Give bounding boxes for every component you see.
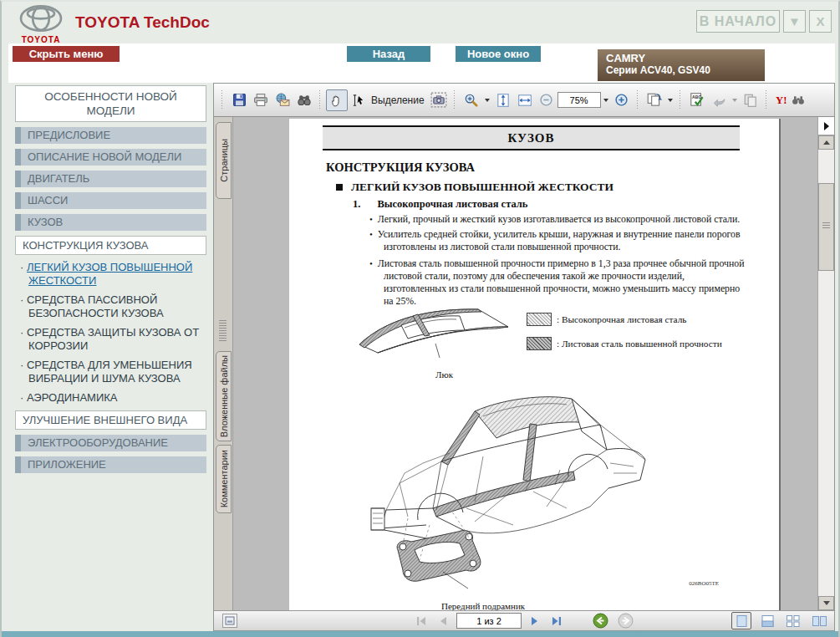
scroll-down-icon bbox=[823, 601, 830, 605]
panel-drag-handle[interactable] bbox=[219, 320, 227, 342]
app-title: TOYOTA TechDoc bbox=[75, 13, 210, 32]
sidebar-title: ОСОБЕННОСТИ НОВОЙ МОДЕЛИ bbox=[15, 85, 206, 122]
page-navigation bbox=[413, 613, 565, 629]
sidebar-item-shassi[interactable]: ШАССИ bbox=[15, 192, 206, 209]
sidebar-item-opisanie[interactable]: ОПИСАНИЕ НОВОЙ МОДЕЛИ bbox=[15, 149, 206, 166]
undo-caret[interactable] bbox=[732, 99, 737, 102]
current-chapter-box[interactable]: КОНСТРУКЦИЯ КУЗОВА bbox=[15, 236, 206, 255]
fit-height-button[interactable] bbox=[492, 89, 514, 111]
hand-tool-button[interactable] bbox=[326, 89, 348, 111]
page-mode-icon bbox=[646, 92, 663, 108]
topic-link-corrosion[interactable]: · СРЕДСТВА ЗАЩИТЫ КУЗОВА ОТ КОРРОЗИИ bbox=[17, 326, 206, 353]
next-page-button[interactable] bbox=[527, 613, 543, 629]
next-view-button[interactable] bbox=[617, 613, 634, 629]
model-panel: CAMRY Серии ACV40, GSV40 bbox=[598, 49, 765, 81]
zoom-marquee-button[interactable] bbox=[461, 89, 482, 111]
doc-bullet-3: • Листовая сталь повышенной прочности пр… bbox=[369, 257, 747, 308]
sidebar-item-predislovie[interactable]: ПРЕДИСЛОВИЕ bbox=[15, 127, 206, 144]
email-button[interactable] bbox=[272, 89, 293, 111]
home-button[interactable]: В НАЧАЛО bbox=[696, 10, 780, 33]
scroll-up-button[interactable] bbox=[818, 135, 834, 150]
print-button[interactable] bbox=[250, 89, 272, 111]
legend-swatch-light-icon bbox=[527, 313, 552, 326]
close-button[interactable]: X bbox=[809, 10, 832, 33]
toolbar-overflow-button[interactable] bbox=[818, 117, 834, 135]
new-window-button[interactable]: Новое окно bbox=[456, 46, 541, 62]
topic-link-passive-safety[interactable]: · СРЕДСТВА ПАССИВНОЙ БЕЗОПАСНОСТИ КУЗОВА bbox=[17, 293, 206, 320]
spellcheck-button[interactable]: ABC bbox=[686, 89, 708, 111]
email-icon bbox=[275, 93, 290, 107]
zoom-marquee-icon bbox=[464, 93, 479, 108]
zoom-marquee-caret[interactable] bbox=[485, 99, 490, 102]
svg-text:ABC: ABC bbox=[692, 94, 701, 99]
topic-link-vibration[interactable]: · СРЕДСТВА ДЛЯ УМЕНЬШЕНИЯ ВИБРАЦИИ И ШУМ… bbox=[17, 359, 206, 385]
scrollbar-track[interactable] bbox=[818, 150, 834, 596]
statusbar-toggle-button[interactable] bbox=[222, 614, 237, 628]
toolbar-grip[interactable] bbox=[318, 90, 322, 110]
layout-continuous-facing-button[interactable] bbox=[783, 612, 803, 629]
command-bar: Скрыть меню Назад Новое окно CAMRY Серии… bbox=[8, 43, 835, 83]
topic-link-aerodynamics[interactable]: · АЭРОДИНАМИКА bbox=[17, 391, 206, 405]
layout-continuous-button[interactable] bbox=[757, 612, 777, 629]
toolbar-grip[interactable] bbox=[635, 90, 639, 110]
toolbar-grip[interactable] bbox=[764, 90, 768, 110]
zoom-level-caret[interactable] bbox=[603, 99, 608, 102]
hide-menu-button[interactable]: Скрыть меню bbox=[13, 46, 120, 62]
scroll-down-button[interactable] bbox=[818, 596, 834, 610]
next-chapter-box[interactable]: УЛУЧШЕНИЕ ВНЕШНЕГО ВИДА bbox=[15, 410, 206, 430]
save-button[interactable] bbox=[228, 89, 250, 111]
toolbar-grip[interactable] bbox=[678, 90, 682, 110]
copy-pages-button[interactable] bbox=[740, 89, 761, 111]
back-button[interactable]: Назад bbox=[347, 46, 430, 62]
legend-swatch-dark-icon bbox=[527, 337, 552, 350]
web-search-button[interactable]: Y! bbox=[772, 89, 809, 111]
pdf-page[interactable]: КУЗОВ КОНСТРУКЦИЯ КУЗОВА ЛЕГКИЙ КУЗОВ ПО… bbox=[289, 119, 781, 610]
doc-bullet-2: • Усилитель средней стойки, усилитель кр… bbox=[369, 228, 747, 253]
toolbar-grip[interactable] bbox=[220, 90, 224, 110]
select-tool-button[interactable] bbox=[348, 89, 369, 111]
vertical-scrollbar bbox=[817, 117, 834, 610]
search-button[interactable] bbox=[293, 89, 315, 111]
last-page-button[interactable] bbox=[548, 613, 565, 629]
sidebar-item-kuzov[interactable]: КУЗОВ bbox=[15, 214, 206, 231]
doc-numbered-item: 1.Высокопрочная листовая сталь bbox=[353, 198, 527, 211]
page-mode-button[interactable] bbox=[644, 89, 665, 111]
undo-button[interactable] bbox=[708, 89, 730, 111]
layout-continuous-facing-icon bbox=[786, 614, 801, 628]
toolbar-overflow-icon bbox=[824, 122, 829, 130]
previous-view-icon bbox=[593, 613, 608, 629]
toolbar-grip[interactable] bbox=[452, 90, 456, 110]
layout-facing-icon bbox=[812, 614, 827, 628]
save-icon bbox=[232, 93, 247, 107]
zoom-in-button[interactable] bbox=[611, 89, 633, 111]
snapshot-button[interactable] bbox=[428, 89, 450, 111]
page-mode-caret[interactable] bbox=[668, 99, 673, 102]
sidebar-item-prilozhenie[interactable]: ПРИЛОЖЕНИЕ bbox=[15, 456, 206, 473]
sidebar-item-electro[interactable]: ЭЛЕКТРООБОРУДОВАНИЕ bbox=[15, 435, 206, 451]
zoom-out-button[interactable] bbox=[536, 89, 557, 111]
close-icon: X bbox=[816, 14, 824, 28]
prev-page-button[interactable] bbox=[435, 613, 451, 629]
layout-facing-button[interactable] bbox=[809, 612, 829, 629]
zoom-level-input[interactable] bbox=[557, 92, 601, 108]
zoom-in-icon bbox=[614, 93, 629, 107]
layout-single-button[interactable] bbox=[731, 612, 751, 629]
tab-attachments[interactable]: Вложенные файлы bbox=[216, 351, 232, 441]
select-tool-icon bbox=[351, 93, 366, 108]
document-canvas[interactable]: КУЗОВ КОНСТРУКЦИЯ КУЗОВА ЛЕГКИЙ КУЗОВ ПО… bbox=[233, 117, 817, 610]
topic-link-light-body[interactable]: · ЛЕГКИЙ КУЗОВ ПОВЫШЕННОЙ ЖЕСТКОСТИ bbox=[17, 261, 206, 288]
tab-comments[interactable]: Комментарии bbox=[216, 445, 232, 513]
first-page-icon bbox=[415, 616, 427, 626]
dropdown-button[interactable]: ▼ bbox=[783, 10, 806, 33]
fit-width-button[interactable] bbox=[514, 89, 536, 111]
chevron-down-icon: ▼ bbox=[788, 14, 801, 28]
viewer-body: Страницы Вложенные файлы Комментарии КУЗ… bbox=[214, 117, 834, 610]
page-indicator-input[interactable] bbox=[456, 613, 522, 629]
previous-view-button[interactable] bbox=[592, 613, 608, 629]
first-page-button[interactable] bbox=[413, 613, 430, 629]
page-layout-controls bbox=[731, 612, 829, 629]
scrollbar-thumb[interactable] bbox=[818, 183, 834, 271]
tab-pages[interactable]: Страницы bbox=[216, 122, 232, 199]
doc-section-heading: КОНСТРУКЦИЯ КУЗОВА bbox=[326, 161, 475, 175]
sidebar-item-dvigatel[interactable]: ДВИГАТЕЛЬ bbox=[15, 171, 206, 187]
